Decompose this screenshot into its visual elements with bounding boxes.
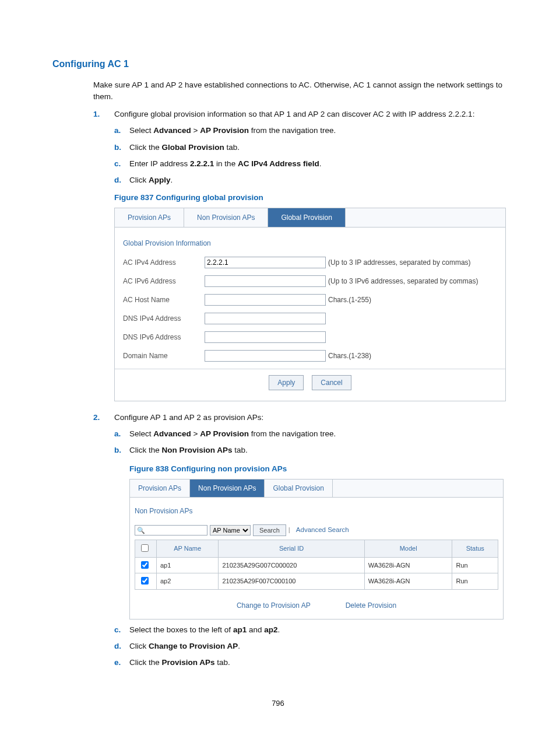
- search-input[interactable]: 🔍: [135, 525, 207, 536]
- domain-hint: Chars.(1-238): [328, 351, 371, 361]
- cell-ap2-model: WA3628i-AGN: [364, 573, 452, 590]
- step-1-text: Configure global provision information s…: [114, 110, 474, 118]
- step-1d-marker: d.: [114, 174, 121, 186]
- tab-global-provision-838[interactable]: Global Provision: [265, 480, 332, 497]
- step-2c-marker: c.: [114, 624, 121, 636]
- tab-provision-aps-838[interactable]: Provision APs: [130, 480, 190, 497]
- ac-ipv4-label: AC IPv4 Address: [123, 257, 205, 268]
- ac-host-label: AC Host Name: [123, 295, 205, 305]
- select-all-checkbox[interactable]: [141, 544, 149, 552]
- cancel-button[interactable]: Cancel: [312, 375, 351, 390]
- row-checkbox-ap1[interactable]: [141, 561, 149, 569]
- figure-838-caption: Figure 838 Configuring non provision APs: [129, 463, 504, 475]
- step-2e: e. Click the Provision APs tab.: [114, 657, 504, 668]
- step-1-marker: 1.: [93, 108, 100, 120]
- step-2b-marker: b.: [114, 444, 121, 456]
- cell-ap2-serial: 210235A29F007C000100: [219, 573, 364, 590]
- cell-ap1-status: Run: [452, 557, 498, 573]
- apply-button[interactable]: Apply: [269, 375, 304, 390]
- ac-ipv6-input[interactable]: [205, 275, 326, 287]
- ac-ipv4-hint: (Up to 3 IP addresses, separated by comm…: [328, 257, 471, 268]
- non-provision-section-title: Non Provision APs: [135, 506, 498, 516]
- ac-host-hint: Chars.(1-255): [328, 295, 371, 305]
- dns-ipv6-input[interactable]: [205, 331, 326, 343]
- figure-837-panel: Provision APs Non Provision APs Global P…: [114, 208, 506, 401]
- tabs-837: Provision APs Non Provision APs Global P…: [115, 208, 505, 228]
- ac-ipv6-hint: (Up to 3 IPv6 addresses, separated by co…: [328, 276, 478, 286]
- section-heading: Configuring AC 1: [52, 57, 504, 71]
- tab-global-provision[interactable]: Global Provision: [268, 208, 345, 227]
- dns-ipv4-input[interactable]: [205, 313, 326, 324]
- advanced-search-link[interactable]: Advanced Search: [296, 525, 349, 535]
- cell-ap1-serial: 210235A29G007C000020: [219, 557, 364, 573]
- step-1b-marker: b.: [114, 142, 121, 153]
- intro-text: Make sure AP 1 and AP 2 have established…: [93, 79, 504, 103]
- search-icon: 🔍: [137, 526, 145, 536]
- row-checkbox-ap2[interactable]: [141, 577, 149, 584]
- search-button[interactable]: Search: [253, 524, 286, 537]
- step-1c: c. Enter IP address 2.2.2.1 in the AC IP…: [114, 158, 504, 170]
- col-status[interactable]: Status: [452, 540, 498, 558]
- delete-provision-link[interactable]: Delete Provision: [346, 600, 396, 611]
- step-2a: a. Select Advanced > AP Provision from t…: [114, 428, 504, 440]
- table-row: ap2 210235A29F007C000100 WA3628i-AGN Run: [135, 573, 498, 590]
- domain-label: Domain Name: [123, 351, 205, 361]
- tab-non-provision-aps[interactable]: Non Provision APs: [184, 208, 268, 227]
- page-number: 796: [52, 698, 504, 709]
- figure-838-panel: Provision APs Non Provision APs Global P…: [129, 479, 504, 620]
- cell-ap1-model: WA3628i-AGN: [364, 557, 452, 573]
- domain-input[interactable]: [205, 350, 326, 362]
- step-2b: b. Click the Non Provision APs tab. Figu…: [114, 444, 504, 620]
- figure-837-caption: Figure 837 Configuring global provision: [114, 192, 504, 204]
- ac-ipv6-label: AC IPv6 Address: [123, 276, 205, 286]
- col-serial[interactable]: Serial ID: [219, 540, 364, 558]
- step-2d-marker: d.: [114, 640, 121, 652]
- step-1d: d. Click Apply.: [114, 174, 504, 186]
- step-2d: d. Click Change to Provision AP.: [114, 640, 504, 652]
- cell-ap2-status: Run: [452, 573, 498, 590]
- global-provision-section-title: Global Provision Information: [123, 238, 497, 249]
- col-model[interactable]: Model: [364, 540, 452, 558]
- tab-non-provision-aps-838[interactable]: Non Provision APs: [190, 480, 265, 497]
- ap-table: AP Name Serial ID Model Status ap1 21023…: [135, 540, 498, 590]
- step-2e-marker: e.: [114, 657, 121, 668]
- tabs-838: Provision APs Non Provision APs Global P…: [130, 480, 503, 498]
- step-2a-marker: a.: [114, 428, 121, 440]
- dns-ipv6-label: DNS IPv6 Address: [123, 332, 205, 342]
- step-1b: b. Click the Global Provision tab.: [114, 142, 504, 153]
- step-1c-marker: c.: [114, 158, 121, 170]
- step-1a-marker: a.: [114, 125, 121, 136]
- change-to-provision-link[interactable]: Change to Provision AP: [237, 600, 311, 611]
- search-field-select[interactable]: AP Name: [210, 525, 251, 536]
- tab-provision-aps[interactable]: Provision APs: [115, 208, 184, 227]
- col-ap-name[interactable]: AP Name: [157, 540, 219, 558]
- step-2: 2. Configure AP 1 and AP 2 as provision …: [93, 412, 504, 669]
- step-1a: a. Select Advanced > AP Provision from t…: [114, 125, 504, 136]
- ac-ipv4-input[interactable]: [205, 257, 326, 268]
- step-2-text: Configure AP 1 and AP 2 as provision APs…: [114, 413, 263, 422]
- table-row: ap1 210235A29G007C000020 WA3628i-AGN Run: [135, 557, 498, 573]
- step-2-marker: 2.: [93, 412, 100, 424]
- ac-host-input[interactable]: [205, 294, 326, 306]
- step-1: 1. Configure global provision informatio…: [93, 108, 504, 401]
- cell-ap1-name: ap1: [157, 557, 219, 573]
- cell-ap2-name: ap2: [157, 573, 219, 590]
- dns-ipv4-label: DNS IPv4 Address: [123, 313, 205, 324]
- step-2c: c. Select the boxes to the left of ap1 a…: [114, 624, 504, 636]
